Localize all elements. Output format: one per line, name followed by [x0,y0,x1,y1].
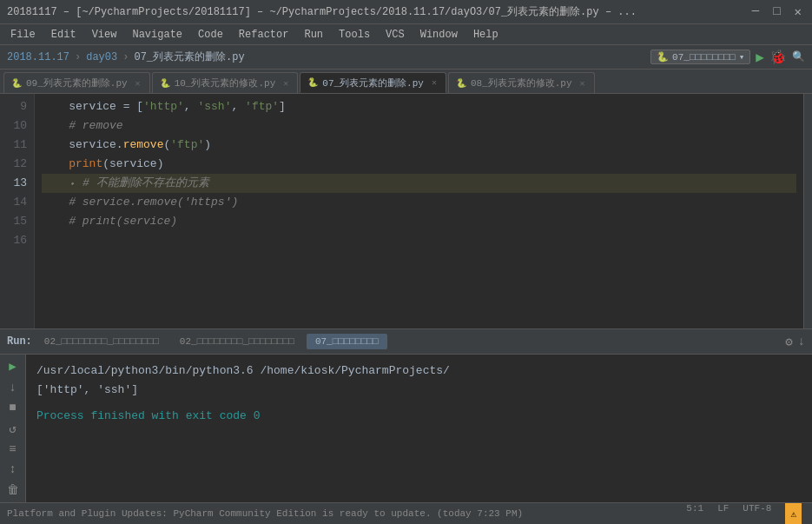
run-step-over-button[interactable]: ↓ [4,379,22,396]
run-tab-1[interactable]: 02_□□□□□□□□_□□□□□□□□ [36,334,168,349]
run-output: /usr/local/python3/bin/python3.6 /home/k… [26,355,812,502]
nav-bar: 2018.11.17 › day03 › 07_列表元素的删除.py 🐍 07_… [0,45,812,70]
tab-label-07: 07_列表元素的删除.py [322,76,424,90]
breadcrumb-day[interactable]: day03 [86,51,117,63]
close-button[interactable]: ✕ [791,4,805,19]
line-num-15: 15 [0,212,34,231]
run-play-button[interactable]: ▶ [4,358,22,375]
tab-08[interactable]: 🐍 08_列表元素的修改.py ✕ [448,72,595,93]
tab-close-07[interactable]: ✕ [432,77,437,88]
menu-tools[interactable]: Tools [332,27,377,43]
menu-refactor[interactable]: Refactor [232,27,296,43]
tab-close-09[interactable]: ✕ [135,78,141,89]
run-filter-button[interactable]: ≡ [4,441,22,458]
editor-container: 9 10 11 12 13 14 15 16 service = ['http'… [0,94,812,328]
menu-code[interactable]: Code [191,27,230,43]
line-num-9: 9 [0,97,34,116]
output-success-line: Process finished with exit code 0 [36,407,802,426]
run-controls: ▶ ↓ ■ ↺ ≡ ↕ 🗑 /usr/local/python3/bin/pyt… [0,355,812,502]
selector-label: 07_□□□□□□□□ [672,52,736,63]
run-rerun-button[interactable]: ↺ [4,420,22,437]
code-area[interactable]: service = ['http', 'ssh', 'ftp'] # remov… [35,94,803,328]
run-scroll-button[interactable]: ↕ [4,461,22,479]
code-line-15: # print(service) [42,212,796,231]
run-toolbar-right: ⚙ ↓ [785,335,805,349]
code-line-12: print(service) [42,155,796,174]
app-title: 20181117 – [~/PycharmProjects/20181117] … [7,4,637,19]
code-line-13: ⬩ # 不能删除不存在的元素 [42,174,796,193]
warning-badge[interactable]: ⚠ [785,503,802,525]
run-tab-3[interactable]: 07_□□□□□□□□ [307,334,387,349]
tab-10[interactable]: 🐍 10_列表元素的修改.py ✕ [152,72,299,93]
tab-icon-10: 🐍 [160,78,170,89]
line-num-10: 10 [0,116,34,136]
run-tab-2[interactable]: 02_□□□□□□□□_□□□□□□□□ [171,334,303,349]
status-bar: Platform and Plugin Updates: PyCharm Com… [0,502,812,524]
cursor-position[interactable]: 5:1 [686,503,703,525]
title-bar: 20181117 – [~/PycharmProjects/20181117] … [0,0,812,24]
tabs-bar: 🐍 09_列表元素的删除.py ✕ 🐍 10_列表元素的修改.py ✕ 🐍 07… [0,70,812,94]
scroll-down-icon[interactable]: ↓ [798,335,805,349]
tab-icon-09: 🐍 [11,78,22,89]
debug-button[interactable]: 🐞 [769,49,787,66]
minimize-button[interactable]: ─ [749,4,762,19]
line-separator[interactable]: LF [717,503,729,525]
code-line-10: # remove [42,116,796,136]
menu-view[interactable]: View [85,27,124,43]
code-line-11: service.remove('ftp') [42,136,796,155]
code-line-16 [42,231,796,250]
line-num-12: 12 [0,155,34,174]
nav-right: 🐍 07_□□□□□□□□ ▾ ▶ 🐞 🔍 [650,49,805,66]
breadcrumb-year[interactable]: 2018.11.17 [7,51,69,63]
menu-window[interactable]: Window [413,27,465,43]
menu-bar: File Edit View Navigate Code Refactor Ru… [0,24,812,45]
line-numbers: 9 10 11 12 13 14 15 16 [0,94,35,328]
encoding[interactable]: UTF-8 [743,503,771,525]
run-stop-button[interactable]: ■ [4,399,22,416]
status-bar-right: 5:1 LF UTF-8 ⚠ [686,503,805,525]
menu-vcs[interactable]: VCS [379,27,412,43]
editor-scrollbar[interactable] [803,94,812,328]
settings-icon[interactable]: ⚙ [785,335,792,349]
tab-icon-08: 🐍 [456,78,466,89]
tab-close-10[interactable]: ✕ [283,78,288,89]
chevron-down-icon: ▾ [739,51,745,63]
tab-close-08[interactable]: ✕ [580,78,585,89]
selector-icon: 🐍 [657,51,669,63]
maximize-button[interactable]: □ [769,4,783,19]
menu-help[interactable]: Help [466,27,505,43]
line-num-13: 13 [0,174,34,193]
line-num-14: 14 [0,193,34,212]
tab-label-09: 09_列表元素的删除.py [26,76,128,90]
output-result-line: ['http', 'ssh'] [36,381,802,400]
title-bar-left: 20181117 – [~/PycharmProjects/20181117] … [7,4,637,19]
code-line-9: service = ['http', 'ssh', 'ftp'] [42,97,796,116]
status-message: Platform and Plugin Updates: PyCharm Com… [7,508,523,519]
tab-icon-07: 🐍 [307,77,318,88]
run-button[interactable]: ▶ [756,49,764,66]
tab-label-08: 08_列表元素的修改.py [471,76,572,90]
line-num-16: 16 [0,231,34,250]
bottom-panel: Run: 02_□□□□□□□□_□□□□□□□□ 02_□□□□□□□□_□□… [0,328,812,502]
tab-09[interactable]: 🐍 09_列表元素的删除.py ✕ [3,72,150,93]
menu-run[interactable]: Run [297,27,330,43]
run-side-buttons: ▶ ↓ ■ ↺ ≡ ↕ 🗑 [0,355,26,502]
run-toolbar: Run: 02_□□□□□□□□_□□□□□□□□ 02_□□□□□□□□_□□… [0,329,812,355]
tab-label-10: 10_列表元素的修改.py [175,76,276,90]
menu-file[interactable]: File [3,27,43,43]
title-bar-right: ─ □ ✕ [749,4,805,19]
file-structure-selector[interactable]: 🐍 07_□□□□□□□□ ▾ [650,50,750,64]
tab-07[interactable]: 🐍 07_列表元素的删除.py ✕ [300,72,446,93]
output-cmd-line: /usr/local/python3/bin/python3.6 /home/k… [36,361,802,381]
run-label: Run: [7,335,32,348]
run-trash-button[interactable]: 🗑 [4,481,22,499]
breadcrumb-file[interactable]: 07_列表元素的删除.py [134,50,244,64]
menu-navigate[interactable]: Navigate [125,27,189,43]
line-num-11: 11 [0,136,34,155]
code-line-14: # service.remove('https') [42,193,796,212]
menu-edit[interactable]: Edit [44,27,83,43]
search-button[interactable]: 🔍 [792,50,805,63]
